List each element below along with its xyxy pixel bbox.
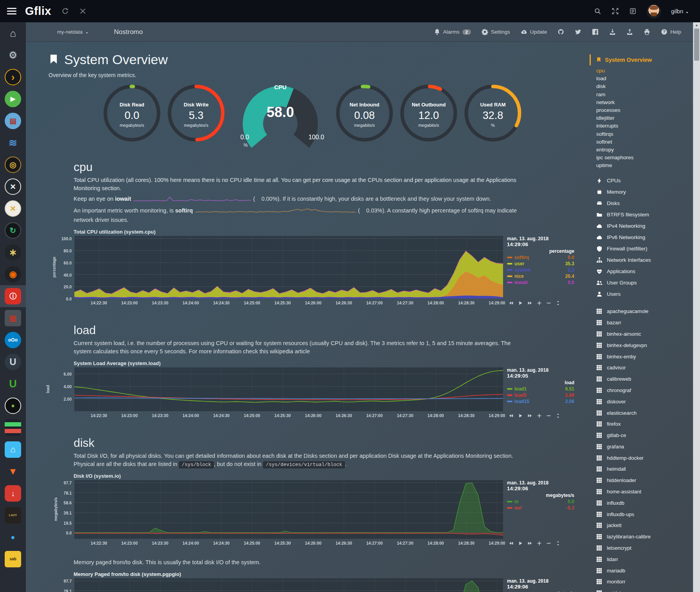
- sidebar-menu-item[interactable]: User Groups: [596, 277, 693, 288]
- sidebar-app-item[interactable]: heimdall: [596, 464, 693, 475]
- sidebar-subsection-link[interactable]: idlejitter: [596, 114, 693, 122]
- disk-chart[interactable]: [74, 480, 503, 539]
- changelog-icon[interactable]: [629, 7, 637, 15]
- sidebar-subsection-link[interactable]: uptime: [596, 162, 693, 169]
- avatar[interactable]: [647, 4, 661, 18]
- pan-backward-button[interactable]: [509, 413, 514, 418]
- sidebar-app-item[interactable]: binhex-delugevpn: [596, 340, 693, 351]
- sidebar-section-system-overview[interactable]: System Overview: [590, 54, 693, 65]
- update-button[interactable]: Update: [521, 29, 547, 35]
- sidebar-app-item[interactable]: calibreweb: [596, 373, 693, 385]
- search-icon[interactable]: [594, 7, 601, 15]
- dock-deluge[interactable]: ●: [0, 526, 26, 548]
- dock-settings[interactable]: ⚙: [0, 44, 26, 66]
- sidebar-menu-item[interactable]: IPv4 Networking: [596, 220, 693, 232]
- sidebar-menu-item[interactable]: Network Interfaces: [596, 254, 693, 266]
- dock-home-assistant[interactable]: ⌂: [0, 439, 26, 461]
- settings-button[interactable]: Settings: [482, 29, 510, 35]
- sidebar-menu-item[interactable]: Firewall (netfilter): [596, 243, 693, 254]
- legend-item[interactable]: user 35.3: [507, 261, 574, 267]
- export-icon[interactable]: [626, 29, 633, 35]
- pgpg-chart[interactable]: [74, 578, 503, 592]
- resize-handle[interactable]: [556, 300, 561, 305]
- sidebar-subsection-link[interactable]: interrupts: [596, 122, 693, 130]
- pan-backward-button[interactable]: [509, 540, 514, 545]
- dock-sabnzbd[interactable]: sab: [0, 548, 26, 570]
- sidebar-menu-item[interactable]: Applications: [596, 266, 693, 277]
- sidebar-app-item[interactable]: influxdb: [596, 497, 693, 509]
- dock-emby[interactable]: ▶: [0, 88, 26, 110]
- sidebar-menu-item[interactable]: Disks: [596, 198, 693, 209]
- help-button[interactable]: ? Help: [661, 29, 681, 35]
- hamburger-menu-icon[interactable]: [7, 8, 16, 14]
- pan-forward-button[interactable]: [527, 300, 532, 305]
- legend-item[interactable]: system 2.3: [507, 267, 574, 273]
- sidebar-app-item[interactable]: grafana: [596, 441, 693, 452]
- sidebar-menu-item[interactable]: Users: [596, 288, 693, 300]
- sidebar-menu-item[interactable]: IPv6 Networking: [596, 232, 693, 243]
- sidebar-app-item[interactable]: firefox: [596, 418, 693, 430]
- dock-home[interactable]: ⌂: [0, 22, 26, 44]
- sidebar-subsection-link[interactable]: ram: [596, 91, 693, 99]
- sidebar-app-item[interactable]: cadvisor: [596, 362, 693, 373]
- pan-forward-button[interactable]: [527, 540, 532, 545]
- github-icon[interactable]: [557, 29, 564, 35]
- sidebar-app-item[interactable]: home-assistant: [596, 486, 693, 497]
- zoom-in-button[interactable]: [537, 300, 542, 305]
- scroll-up-arrow[interactable]: ▲: [693, 23, 700, 27]
- legend-item[interactable]: iowait 0.0: [507, 279, 574, 286]
- sidebar-app-item[interactable]: jackett: [596, 520, 693, 531]
- gauge-disk-write[interactable]: Disk Write 5.3 megabytes/s: [167, 84, 226, 149]
- play-button[interactable]: [518, 300, 523, 305]
- sidebar-subsection-link[interactable]: processes: [596, 106, 693, 114]
- sidebar-app-item[interactable]: binhex-emby: [596, 351, 693, 362]
- user-menu[interactable]: gilbn: [671, 8, 689, 14]
- resize-handle[interactable]: [556, 540, 561, 545]
- dock-jackett[interactable]: ◎: [0, 154, 26, 176]
- zoom-out-button[interactable]: [546, 300, 551, 305]
- legend-item[interactable]: load15 2.06: [507, 398, 574, 405]
- facebook-icon[interactable]: [592, 29, 599, 35]
- sidebar-app-item[interactable]: monitorr: [596, 576, 693, 588]
- sidebar-app-item[interactable]: apacheguacamole: [596, 306, 693, 317]
- sidebar-subsection-link[interactable]: entropy: [596, 146, 693, 154]
- sidebar-menu-item[interactable]: Memory: [596, 186, 693, 198]
- dock-unifi[interactable]: U: [0, 351, 26, 373]
- dock-lazylibrarian[interactable]: LAZY: [0, 504, 26, 526]
- sidebar-app-item[interactable]: chronograf: [596, 385, 693, 396]
- sidebar-subsection-link[interactable]: ipc semaphores: [596, 154, 693, 162]
- sidebar-app-item[interactable]: mariadb: [596, 565, 693, 576]
- legend-item[interactable]: in 0.0: [507, 498, 574, 505]
- play-button[interactable]: [518, 413, 523, 418]
- sidebar-app-item[interactable]: lazylibrarian-calibre: [596, 531, 693, 542]
- gauge-net-inbound[interactable]: Net Inbound 0.08 megabits/s: [335, 84, 394, 149]
- sidebar-subsection-link[interactable]: load: [596, 75, 693, 83]
- dock-couchpotato[interactable]: ×: [0, 176, 26, 198]
- print-icon[interactable]: [644, 29, 650, 35]
- sidebar-subsection-link[interactable]: softnet: [596, 138, 693, 146]
- dock-grafana[interactable]: ◉: [0, 263, 26, 285]
- gauge-cpu[interactable]: CPU 58.0 0.0 100.0 %: [231, 84, 330, 149]
- sidebar-subsection-link[interactable]: cpu: [596, 67, 693, 75]
- pan-forward-button[interactable]: [527, 413, 532, 418]
- sidebar-app-item[interactable]: bazarr: [596, 317, 693, 328]
- sidebar-subsection-link[interactable]: network: [596, 99, 693, 106]
- sidebar-app-item[interactable]: gitlab-ce: [596, 430, 693, 441]
- dock-nextcloud[interactable]: oOo: [0, 329, 26, 351]
- sidebar-app-item[interactable]: lidarr: [596, 554, 693, 565]
- refresh-icon[interactable]: [61, 7, 69, 15]
- gauge-disk-read[interactable]: Disk Read 0.0 megabytes/s: [103, 84, 161, 149]
- zoom-out-button[interactable]: [546, 413, 551, 418]
- sidebar-app-item[interactable]: influxdb-ups: [596, 509, 693, 520]
- dock-plex[interactable]: ›: [0, 66, 26, 88]
- play-button[interactable]: [518, 540, 523, 545]
- dock-cubes[interactable]: ▦: [0, 307, 26, 329]
- cpu-chart[interactable]: [74, 236, 503, 299]
- sidebar-app-item[interactable]: letsencrypt: [596, 542, 693, 554]
- sidebar-menu-item[interactable]: BTRFS filesystem: [596, 209, 693, 220]
- dock-magnet[interactable]: U: [0, 373, 26, 395]
- load-chart[interactable]: [74, 367, 503, 411]
- sidebar-app-item[interactable]: elasticsearch: [596, 407, 693, 419]
- legend-item[interactable]: nice 20.4: [507, 273, 574, 279]
- dock-gitlab[interactable]: ▼: [0, 461, 26, 482]
